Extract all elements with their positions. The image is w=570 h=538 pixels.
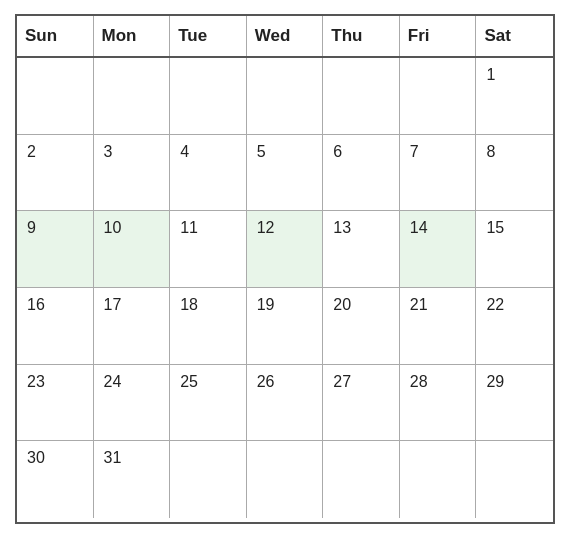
header-cell-fri: Fri [400, 16, 477, 56]
day-cell[interactable]: 13 [323, 211, 400, 287]
day-cell[interactable]: 23 [17, 365, 94, 441]
day-cell[interactable]: 2 [17, 135, 94, 211]
day-cell[interactable]: 3 [94, 135, 171, 211]
day-cell[interactable]: 8 [476, 135, 553, 211]
day-cell[interactable]: 29 [476, 365, 553, 441]
day-cell[interactable]: 19 [247, 288, 324, 364]
day-cell[interactable]: 16 [17, 288, 94, 364]
calendar-row-2: 9101112131415 [17, 211, 553, 288]
day-cell[interactable]: 17 [94, 288, 171, 364]
day-cell[interactable]: 31 [94, 441, 171, 518]
calendar-row-4: 23242526272829 [17, 365, 553, 442]
calendar-row-0: 1 [17, 58, 553, 135]
calendar-row-1: 2345678 [17, 135, 553, 212]
header-cell-sat: Sat [476, 16, 553, 56]
day-cell[interactable]: 15 [476, 211, 553, 287]
calendar-header: SunMonTueWedThuFriSat [17, 16, 553, 58]
day-cell[interactable]: 5 [247, 135, 324, 211]
day-cell[interactable] [323, 441, 400, 518]
calendar: SunMonTueWedThuFriSat 123456789101112131… [15, 14, 555, 524]
day-cell[interactable]: 20 [323, 288, 400, 364]
day-cell[interactable] [170, 441, 247, 518]
day-cell[interactable]: 30 [17, 441, 94, 518]
day-cell[interactable] [94, 58, 171, 134]
calendar-body: 1234567891011121314151617181920212223242… [17, 58, 553, 518]
day-cell[interactable] [170, 58, 247, 134]
day-cell[interactable]: 7 [400, 135, 477, 211]
header-cell-sun: Sun [17, 16, 94, 56]
day-cell[interactable]: 26 [247, 365, 324, 441]
day-cell[interactable] [17, 58, 94, 134]
day-cell[interactable] [247, 58, 324, 134]
day-cell[interactable]: 10 [94, 211, 171, 287]
day-cell[interactable]: 22 [476, 288, 553, 364]
header-cell-wed: Wed [247, 16, 324, 56]
calendar-row-5: 3031 [17, 441, 553, 518]
day-cell[interactable]: 24 [94, 365, 171, 441]
header-cell-tue: Tue [170, 16, 247, 56]
day-cell[interactable]: 6 [323, 135, 400, 211]
header-cell-thu: Thu [323, 16, 400, 56]
day-cell[interactable] [400, 58, 477, 134]
day-cell[interactable]: 4 [170, 135, 247, 211]
day-cell[interactable] [476, 441, 553, 518]
day-cell[interactable]: 12 [247, 211, 324, 287]
header-cell-mon: Mon [94, 16, 171, 56]
day-cell[interactable]: 14 [400, 211, 477, 287]
day-cell[interactable] [400, 441, 477, 518]
day-cell[interactable]: 25 [170, 365, 247, 441]
day-cell[interactable]: 18 [170, 288, 247, 364]
calendar-row-3: 16171819202122 [17, 288, 553, 365]
day-cell[interactable]: 28 [400, 365, 477, 441]
day-cell[interactable]: 27 [323, 365, 400, 441]
day-cell[interactable]: 21 [400, 288, 477, 364]
day-cell[interactable] [323, 58, 400, 134]
day-cell[interactable]: 11 [170, 211, 247, 287]
day-cell[interactable]: 1 [476, 58, 553, 134]
day-cell[interactable] [247, 441, 324, 518]
day-cell[interactable]: 9 [17, 211, 94, 287]
